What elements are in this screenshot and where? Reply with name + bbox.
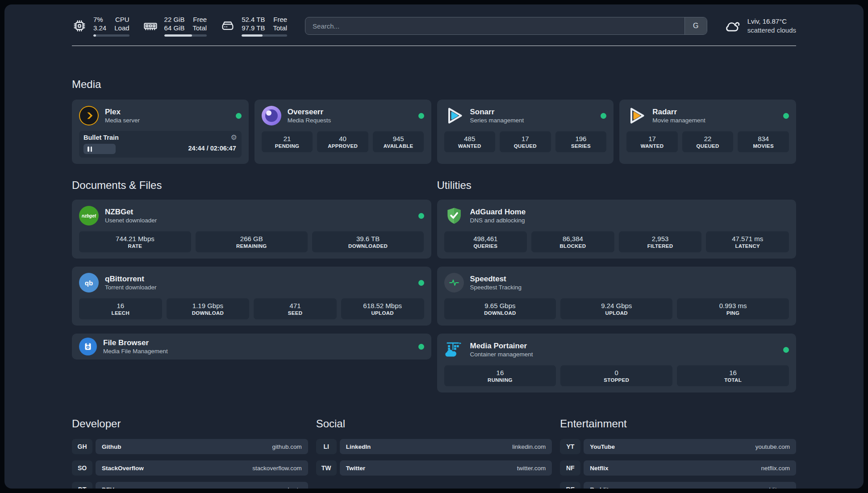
weather-location-temp: Lviv, 16.87°C	[747, 17, 796, 26]
memory-total-label: Total	[192, 24, 207, 32]
search-input[interactable]	[305, 17, 684, 34]
bookmark-linkedin[interactable]: LI LinkedInlinkedin.com	[316, 439, 552, 454]
pause-icon[interactable]	[88, 146, 92, 152]
portainer-status-dot	[783, 347, 789, 353]
disk-total-label: Total	[273, 24, 287, 32]
memory-free-value: 22 GiB	[164, 15, 185, 24]
bookmark-twitter[interactable]: TW Twittertwitter.com	[316, 460, 552, 476]
card-adguard[interactable]: AdGuard Home DNS and adblocking 498,461Q…	[437, 200, 797, 259]
disk-free-label: Free	[273, 15, 287, 24]
card-nzbget[interactable]: nzbget NZBGet Usenet downloader 744.21 M…	[72, 200, 431, 259]
stat-tile: 834MOVIES	[738, 131, 789, 152]
cpu-percent: 7%	[93, 15, 106, 24]
qbittorrent-status-dot	[418, 280, 424, 286]
sonarr-title: Sonarr	[470, 107, 524, 117]
disk-stat: 52.4 TB 97.9 TB Free Total	[220, 15, 287, 37]
filebrowser-status-dot	[418, 344, 424, 350]
plex-subtitle: Media server	[105, 117, 140, 124]
card-plex[interactable]: Plex Media server Bullet Train ⚙	[72, 100, 249, 164]
section-title-documents: Documents & Files	[72, 179, 431, 192]
section-title-developer: Developer	[72, 418, 308, 430]
weather-condition: scattered clouds	[747, 26, 796, 35]
player-progress-fill	[83, 144, 116, 154]
bookmark-abbr: NF	[560, 460, 580, 476]
card-speedtest[interactable]: Speedtest Speedtest Tracking 9.65 GbpsDO…	[437, 267, 797, 326]
bookmark-dev[interactable]: DT DEVdev.to	[72, 482, 308, 489]
sonarr-icon	[444, 106, 464, 125]
search-engine-button[interactable]: G	[684, 17, 707, 34]
bookmark-url: youtube.com	[755, 443, 790, 450]
stat-tile: 485WANTED	[444, 131, 496, 152]
memory-progress-track	[164, 34, 207, 37]
speedtest-icon	[444, 273, 464, 292]
plex-title: Plex	[105, 107, 140, 117]
system-stats: 7% 3.24 CPU Load	[72, 15, 287, 37]
speedtest-title: Speedtest	[470, 274, 522, 284]
cpu-progress-track	[93, 34, 129, 37]
search-bar: G	[305, 17, 707, 35]
portainer-title: Media Portainer	[470, 341, 533, 351]
stat-tile: 22QUEUED	[682, 131, 734, 152]
player-time: 24:44 / 02:06:47	[188, 145, 236, 152]
card-qbittorrent[interactable]: qb qBittorrent Torrent downloader 16LEEC…	[72, 267, 431, 326]
bookmark-stackoverflow[interactable]: SO StackOverflowstackoverflow.com	[72, 460, 308, 476]
qbittorrent-subtitle: Torrent downloader	[105, 284, 157, 291]
nzbget-title: NZBGet	[105, 207, 157, 217]
bookmark-abbr: LI	[316, 439, 337, 454]
cpu-load-label: Load	[114, 24, 129, 32]
stat-tile: 39.6 TBDOWNLOADED	[312, 231, 424, 252]
stat-tile: 47.571 msLATENCY	[706, 231, 789, 252]
bookmark-abbr: GH	[72, 439, 92, 454]
nzbget-icon: nzbget	[79, 206, 99, 226]
weather-widget[interactable]: Lviv, 16.87°C scattered clouds	[723, 17, 796, 35]
overseerr-title: Overseerr	[288, 107, 331, 117]
ram-icon	[143, 18, 158, 33]
bookmark-youtube[interactable]: YT YouTubeyoutube.com	[560, 439, 796, 454]
stat-tile: 945AVAILABLE	[373, 131, 424, 152]
cpu-load-value: 3.24	[93, 24, 106, 32]
bookmark-name: DEV	[102, 486, 114, 489]
bookmark-reddit[interactable]: RE Redditreddit.com	[560, 482, 796, 489]
adguard-icon	[444, 206, 464, 226]
adguard-title: AdGuard Home	[470, 207, 526, 217]
bookmark-github[interactable]: GH Githubgithub.com	[72, 439, 308, 454]
stat-tile: 17QUEUED	[500, 131, 551, 152]
stat-tile: 196SERIES	[555, 131, 607, 152]
bookmark-abbr: YT	[560, 439, 580, 454]
stat-tile: 21PENDING	[262, 131, 313, 152]
bookmark-name: StackOverflow	[102, 465, 144, 472]
bookmark-abbr: DT	[72, 482, 92, 489]
stat-tile: 40APPROVED	[317, 131, 368, 152]
radarr-title: Radarr	[652, 107, 705, 117]
plex-status-dot	[236, 113, 242, 119]
card-sonarr[interactable]: Sonarr Series management 485WANTED 17QUE…	[437, 100, 614, 164]
portainer-subtitle: Container management	[470, 351, 533, 358]
speedtest-subtitle: Speedtest Tracking	[470, 284, 522, 291]
stat-tile: 9.24 GbpsUPLOAD	[560, 298, 672, 319]
bookmark-abbr: SO	[72, 460, 92, 476]
sonarr-subtitle: Series management	[470, 117, 524, 124]
radarr-icon	[626, 106, 646, 125]
bookmark-url: twitter.com	[517, 465, 546, 472]
player-progress-bar[interactable]: 24:44 / 02:06:47	[83, 144, 237, 154]
filebrowser-subtitle: Media File Management	[103, 347, 168, 355]
bookmark-url: dev.to	[286, 486, 302, 489]
bookmark-url: linkedin.com	[512, 443, 546, 450]
card-radarr[interactable]: Radarr Movie management 17WANTED 22QUEUE…	[619, 100, 796, 164]
memory-free-label: Free	[192, 15, 207, 24]
cpu-stat: 7% 3.24 CPU Load	[72, 15, 129, 37]
player-settings-icon[interactable]: ⚙	[230, 134, 237, 141]
stat-tile: 0.993 msPING	[677, 298, 789, 319]
header-divider	[72, 46, 796, 46]
card-overseerr[interactable]: Overseerr Media Requests 21PENDING 40APP…	[255, 100, 431, 164]
adguard-subtitle: DNS and adblocking	[470, 217, 526, 224]
bookmark-url: stackoverflow.com	[252, 465, 301, 472]
card-filebrowser[interactable]: File Browser Media File Management	[72, 334, 431, 359]
section-title-social: Social	[316, 418, 552, 430]
memory-total-value: 64 GiB	[164, 24, 185, 32]
disk-progress-track	[242, 34, 287, 37]
stat-tile: 2,953FILTERED	[619, 231, 702, 252]
card-portainer[interactable]: Media Portainer Container management 16R…	[437, 334, 797, 393]
bookmark-name: Github	[102, 443, 121, 450]
bookmark-netflix[interactable]: NF Netflixnetflix.com	[560, 460, 796, 476]
